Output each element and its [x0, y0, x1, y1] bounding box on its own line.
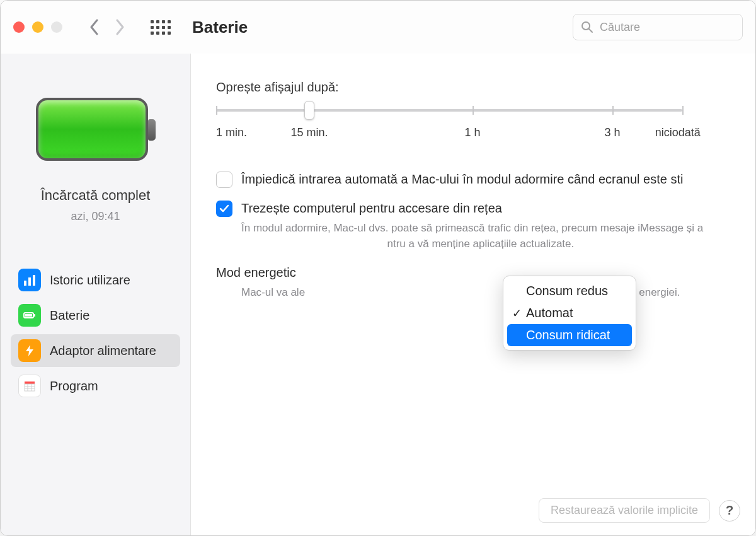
- forward-button[interactable]: [113, 20, 127, 34]
- sidebar-item-usage-history[interactable]: Istoric utilizare: [11, 264, 180, 296]
- sidebar-list: Istoric utilizare Baterie Adaptor alimen…: [1, 264, 190, 402]
- preferences-window: Baterie Încărcată complet azi, 09:41 Ist…: [0, 0, 756, 536]
- sidebar-item-label: Program: [50, 379, 98, 393]
- option-label: Trezește computerul pentru accesare din …: [241, 199, 502, 217]
- slider-tick-label: 1 h: [464, 126, 480, 139]
- battery-image: [36, 98, 156, 161]
- all-preferences-button[interactable]: [151, 20, 171, 35]
- display-off-label: Oprește afișajul după:: [216, 80, 755, 95]
- chevron-right-icon: [115, 19, 125, 35]
- checkbox-prevent-sleep[interactable]: [216, 172, 232, 188]
- close-window-button[interactable]: [13, 21, 25, 33]
- dropdown-item-low-power[interactable]: Consum redus: [507, 280, 632, 302]
- dropdown-item-label: Consum redus: [526, 284, 608, 298]
- slider-labels: 1 min. 15 min. 1 h 3 h niciodată: [216, 126, 682, 144]
- dropdown-item-automatic[interactable]: Automat: [507, 302, 632, 324]
- dropdown-item-label: Consum ridicat: [526, 328, 610, 342]
- search-field[interactable]: [573, 14, 743, 40]
- svg-rect-7: [34, 314, 35, 317]
- svg-rect-9: [25, 384, 35, 391]
- help-button[interactable]: ?: [719, 500, 740, 521]
- battery-status-label: Încărcată complet: [41, 187, 151, 204]
- display-off-slider[interactable]: [216, 102, 682, 119]
- slider-tick-label: 1 min.: [216, 126, 247, 139]
- minimize-window-button[interactable]: [32, 21, 43, 33]
- svg-rect-8: [25, 382, 35, 384]
- restore-defaults-button[interactable]: Restaurează valorile implicite: [539, 498, 710, 523]
- option-prevent-sleep[interactable]: Împiedică intrarea automată a Mac-ului î…: [216, 170, 733, 188]
- titlebar: Baterie: [1, 1, 755, 54]
- window-controls: [13, 21, 62, 33]
- calendar-icon: [18, 375, 41, 397]
- chart-icon: [18, 269, 41, 291]
- slider-thumb[interactable]: [304, 101, 314, 120]
- battery-time-label: azi, 09:41: [71, 210, 120, 223]
- option-label: Împiedică intrarea automată a Mac-ului î…: [241, 170, 683, 188]
- options-group: Împiedică intrarea automată a Mac-ului î…: [216, 170, 733, 299]
- footer: Restaurează valorile implicite ?: [539, 498, 740, 523]
- option-wake-network[interactable]: Trezește computerul pentru accesare din …: [216, 199, 733, 217]
- sidebar-item-power-adapter[interactable]: Adaptor alimentare: [11, 334, 180, 367]
- fullscreen-window-button[interactable]: [51, 21, 62, 33]
- back-button[interactable]: [88, 20, 101, 34]
- svg-rect-3: [28, 277, 31, 286]
- window-title: Baterie: [192, 18, 248, 37]
- slider-tick-label: 15 min.: [290, 126, 328, 139]
- dropdown-item-high-power[interactable]: Consum ridicat: [507, 324, 632, 346]
- energy-mode-label: Mod energetic: [216, 265, 296, 280]
- energy-mode-description: Mac-ul va ale XXXXXXXXXXXXXXXXXXXXXXXXXX…: [216, 286, 733, 299]
- svg-rect-2: [24, 281, 26, 286]
- svg-rect-4: [33, 275, 35, 286]
- sidebar-item-schedule[interactable]: Program: [11, 370, 180, 402]
- svg-line-1: [589, 29, 592, 32]
- nav-buttons: [88, 20, 127, 34]
- sidebar-item-label: Adaptor alimentare: [50, 344, 156, 358]
- slider-tick-label: 3 h: [604, 126, 620, 139]
- sidebar-item-label: Baterie: [50, 308, 89, 323]
- svg-rect-6: [25, 314, 32, 317]
- checkmark-icon: [219, 203, 230, 214]
- sidebar: Încărcată complet azi, 09:41 Istoric uti…: [1, 54, 191, 535]
- energy-mode-row: Mod energetic: [216, 265, 733, 280]
- battery-icon: [18, 304, 41, 327]
- chevron-left-icon: [89, 19, 100, 35]
- slider-tick-label: niciodată: [655, 126, 701, 139]
- energy-mode-dropdown[interactable]: Consum redus Automat Consum ridicat: [503, 276, 636, 351]
- sidebar-item-label: Istoric utilizare: [50, 273, 130, 288]
- main-panel: Oprește afișajul după: 1 min. 15 min. 1 …: [191, 54, 755, 535]
- window-body: Încărcată complet azi, 09:41 Istoric uti…: [1, 54, 755, 535]
- dropdown-item-label: Automat: [526, 306, 573, 320]
- option-description: În modul adormire, Mac-ul dvs. poate să …: [216, 221, 733, 252]
- search-icon: [581, 21, 593, 33]
- svg-point-0: [582, 22, 590, 30]
- bolt-icon: [18, 339, 41, 362]
- checkbox-wake-network[interactable]: [216, 201, 232, 217]
- sidebar-item-battery[interactable]: Baterie: [11, 299, 180, 332]
- search-input[interactable]: [600, 21, 735, 34]
